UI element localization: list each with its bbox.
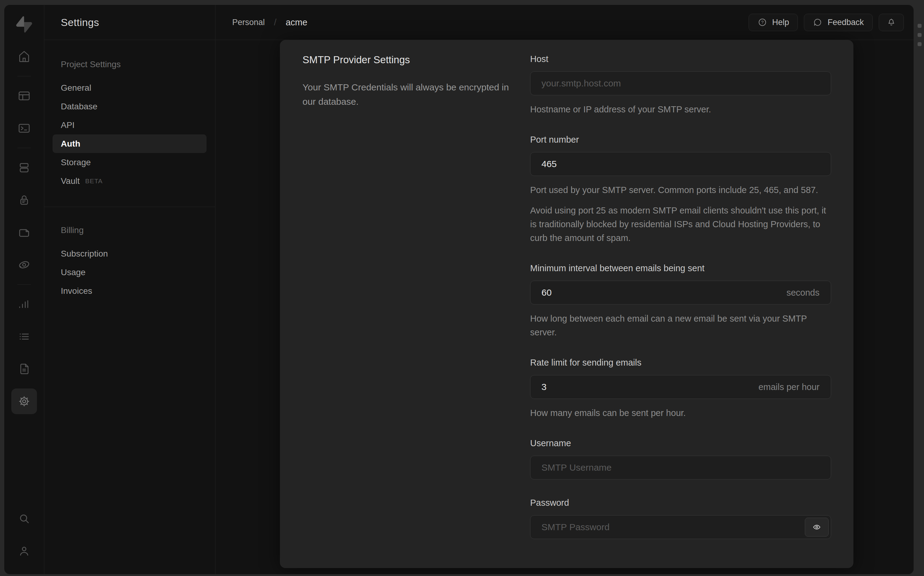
sql-editor-icon[interactable] bbox=[11, 115, 37, 141]
section-label-project-settings: Project Settings bbox=[53, 59, 207, 69]
api-docs-icon[interactable] bbox=[11, 356, 37, 382]
sidebar-item-general[interactable]: General bbox=[53, 78, 207, 97]
sidebar-item-auth[interactable]: Auth bbox=[53, 134, 207, 153]
notifications-button[interactable] bbox=[879, 14, 904, 31]
interval-field-group: Minimum interval between emails being se… bbox=[530, 263, 831, 339]
interval-label: Minimum interval between emails being se… bbox=[530, 263, 831, 274]
port-input[interactable] bbox=[530, 152, 831, 176]
beta-badge: BETA bbox=[85, 178, 102, 185]
username-field-group: Username bbox=[530, 438, 831, 480]
host-input[interactable] bbox=[530, 72, 831, 95]
scrollbar-dot[interactable] bbox=[918, 24, 922, 28]
breadcrumb-project[interactable]: acme bbox=[286, 18, 307, 27]
password-field-group: Password bbox=[530, 498, 831, 539]
topbar: Personal / acme ? Help Feedback bbox=[215, 5, 914, 40]
username-input[interactable] bbox=[530, 456, 831, 480]
sidebar-item-subscription[interactable]: Subscription bbox=[53, 244, 207, 263]
reveal-password-button[interactable] bbox=[805, 518, 829, 537]
profile-icon[interactable] bbox=[11, 538, 37, 564]
section-label-billing: Billing bbox=[53, 226, 207, 235]
menu-divider bbox=[44, 207, 215, 207]
settings-icon[interactable] bbox=[11, 389, 37, 414]
content-area: SMTP Provider Settings Your SMTP Credent… bbox=[215, 40, 914, 574]
speech-bubble-icon bbox=[813, 18, 823, 27]
feedback-button-label: Feedback bbox=[828, 18, 864, 27]
vault-label: Vault bbox=[61, 176, 80, 186]
settings-sidebar: Settings Project Settings General Databa… bbox=[44, 5, 215, 574]
rate-limit-help-text: How many emails can be sent per hour. bbox=[530, 406, 831, 420]
home-icon[interactable] bbox=[11, 44, 37, 69]
sidebar-item-invoices[interactable]: Invoices bbox=[53, 282, 207, 300]
page-title: Settings bbox=[61, 16, 99, 29]
eye-icon bbox=[812, 523, 822, 532]
username-label: Username bbox=[530, 438, 831, 448]
icon-rail bbox=[4, 5, 44, 574]
search-icon[interactable] bbox=[11, 506, 37, 531]
port-field-group: Port number Port used by your SMTP serve… bbox=[530, 135, 831, 245]
edge-functions-icon[interactable] bbox=[11, 252, 37, 278]
help-circle-icon: ? bbox=[757, 18, 767, 27]
supabase-logo-icon bbox=[16, 16, 32, 33]
scrollbar-dot[interactable] bbox=[918, 42, 922, 46]
feedback-button[interactable]: Feedback bbox=[804, 14, 873, 31]
smtp-settings-panel: SMTP Provider Settings Your SMTP Credent… bbox=[280, 40, 854, 568]
sidebar-item-storage[interactable]: Storage bbox=[53, 153, 207, 172]
svg-text:?: ? bbox=[761, 20, 764, 25]
table-editor-icon[interactable] bbox=[11, 83, 37, 109]
port-help-text: Port used by your SMTP server. Common po… bbox=[530, 183, 831, 197]
breadcrumb-org[interactable]: Personal bbox=[232, 18, 265, 27]
auth-icon[interactable] bbox=[11, 187, 37, 213]
password-label: Password bbox=[530, 498, 831, 508]
database-icon[interactable] bbox=[11, 155, 37, 181]
scrollbar-dot[interactable] bbox=[918, 33, 922, 37]
sidebar-item-api[interactable]: API bbox=[53, 116, 207, 134]
host-field-group: Host Hostname or IP address of your SMTP… bbox=[530, 54, 831, 116]
rate-limit-label: Rate limit for sending emails bbox=[530, 358, 831, 368]
port-help-text-2: Avoid using port 25 as modern SMTP email… bbox=[530, 204, 831, 245]
rail-divider bbox=[18, 148, 31, 148]
interval-input[interactable] bbox=[530, 281, 831, 304]
rail-divider bbox=[18, 284, 31, 285]
help-button[interactable]: ? Help bbox=[749, 14, 798, 31]
host-label: Host bbox=[530, 54, 831, 64]
host-help-text: Hostname or IP address of your SMTP serv… bbox=[530, 102, 831, 116]
storage-icon[interactable] bbox=[11, 219, 37, 245]
settings-sidebar-header: Settings bbox=[44, 5, 215, 40]
sidebar-item-vault[interactable]: Vault BETA bbox=[53, 172, 207, 190]
sidebar-item-usage[interactable]: Usage bbox=[53, 263, 207, 282]
logs-icon[interactable] bbox=[11, 324, 37, 349]
breadcrumb-separator: / bbox=[274, 17, 277, 27]
help-button-label: Help bbox=[772, 18, 789, 27]
port-label: Port number bbox=[530, 135, 831, 145]
password-input[interactable] bbox=[530, 515, 831, 539]
sidebar-item-database[interactable]: Database bbox=[53, 97, 207, 116]
rate-limit-field-group: Rate limit for sending emails emails per… bbox=[530, 358, 831, 420]
panel-description: Your SMTP Credentials will always be enc… bbox=[303, 80, 509, 109]
app-window: Settings Project Settings General Databa… bbox=[4, 5, 914, 574]
rate-limit-input[interactable] bbox=[530, 375, 831, 399]
panel-title: SMTP Provider Settings bbox=[303, 54, 509, 66]
reports-icon[interactable] bbox=[11, 291, 37, 317]
bell-icon bbox=[886, 18, 896, 27]
interval-help-text: How long between each email can a new em… bbox=[530, 312, 831, 339]
